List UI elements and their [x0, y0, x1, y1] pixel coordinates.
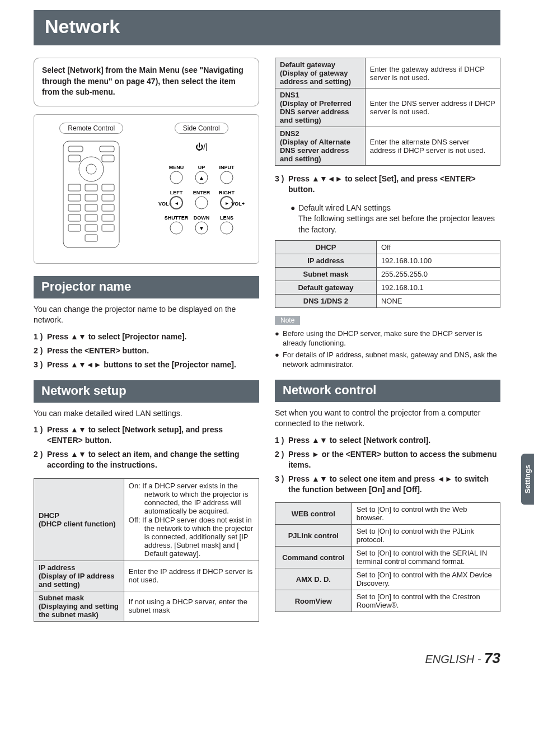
network-setup-heading: Network setup	[34, 380, 259, 403]
network-control-table: WEB controlSet to [On] to control with t…	[275, 502, 500, 612]
remote-control-icon	[60, 138, 122, 250]
note-label: Note	[275, 316, 300, 325]
network-setup-steps: 1 )Press ▲▼ to select [Network setup], a…	[34, 424, 259, 470]
svg-text:◂: ◂	[175, 200, 177, 206]
svg-text:RIGHT: RIGHT	[219, 190, 235, 195]
note-list: ●Before using the DHCP server, make sure…	[275, 329, 500, 370]
svg-point-30	[221, 171, 233, 184]
network-setup-step3: 3 )Press ▲▼◄► to select [Set], and press…	[275, 174, 500, 195]
svg-text:LENS: LENS	[220, 215, 233, 221]
projector-name-steps: 1 )Press ▲▼ to select [Projector name]. …	[34, 332, 259, 370]
default-lan-bullet: ●Default wired LAN settings The followin…	[291, 203, 500, 236]
remote-control-label: Remote Control	[59, 123, 123, 134]
side-control-label: Side Control	[175, 123, 228, 134]
controls-diagram: Remote Control	[34, 114, 259, 264]
network-setup-table-part1: DHCP (DHCP client function) On: If a DHC…	[34, 478, 259, 622]
network-setup-table-part2: Default gateway (Display of gateway addr…	[275, 58, 500, 166]
svg-text:SHUTTER: SHUTTER	[165, 215, 189, 221]
intro-box: Select [Network] from the Main Menu (see…	[34, 58, 259, 106]
svg-text:▼: ▼	[199, 225, 204, 231]
network-control-steps: 1 )Press ▲▼ to select [Network control].…	[275, 435, 500, 494]
network-control-heading: Network control	[275, 380, 500, 402]
default-lan-table: DHCPOff IP address192.168.10.100 Subnet …	[275, 240, 500, 308]
svg-text:UP: UP	[198, 165, 205, 170]
svg-point-44	[170, 222, 182, 234]
svg-text:LEFT: LEFT	[170, 190, 183, 195]
svg-text:⏻/|: ⏻/|	[195, 142, 208, 151]
svg-text:VOL+: VOL+	[231, 201, 245, 207]
svg-text:MENU: MENU	[169, 165, 184, 170]
svg-point-27	[170, 171, 182, 184]
svg-text:▸: ▸	[225, 200, 228, 206]
svg-text:ENTER: ENTER	[193, 190, 210, 195]
page-title: Network	[34, 10, 500, 45]
network-setup-text: You can make detailed wired LAN settings…	[34, 408, 259, 419]
svg-point-37	[195, 197, 208, 209]
network-control-text: Set when you want to control the project…	[275, 408, 500, 430]
side-control-icon: ⏻/| MENU UP INPUT ▲ LEFT ENTER RIGHT VOL…	[154, 138, 249, 250]
svg-point-47	[221, 222, 233, 234]
svg-text:▲: ▲	[199, 175, 204, 181]
svg-text:INPUT: INPUT	[219, 165, 235, 170]
svg-text:DOWN: DOWN	[194, 215, 210, 221]
projector-name-text: You can change the projector name to be …	[34, 304, 259, 326]
side-tab-settings: Settings	[521, 454, 534, 505]
projector-name-heading: Projector name	[34, 276, 259, 298]
page-footer: ENGLISH - 73	[0, 638, 534, 680]
